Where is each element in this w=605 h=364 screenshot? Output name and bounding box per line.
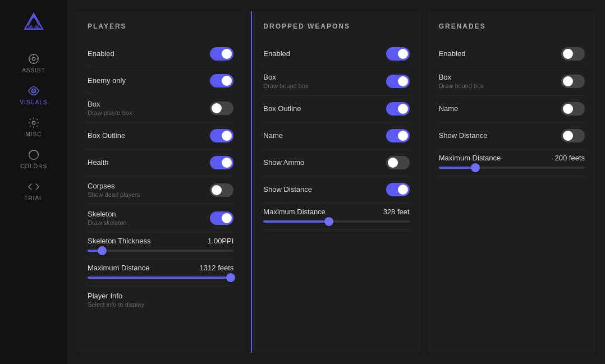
dw-max-distance-label: Maximum Distance [263, 208, 326, 216]
players-corpses-label-group: Corpses Show dead players [88, 182, 140, 198]
players-enabled-row: Enabled [88, 40, 233, 67]
sidebar-item-visuals-label: VISUALS [20, 99, 47, 105]
dw-box-outline-label-group: Box Outline [263, 104, 301, 113]
dropped-weapons-panel: DROPPED WEAPONS Enabled Box Draw bound b… [252, 11, 420, 353]
logo-icon [20, 9, 47, 36]
players-skeleton-row: Skeleton Draw skeleton [88, 204, 233, 232]
players-enemy-only-label-group: Enemy only [88, 76, 126, 85]
dw-show-distance-label: Show Distance [263, 185, 312, 193]
players-health-label: Health [88, 158, 109, 167]
gren-max-distance-slider-row: Maximum Distance 200 feets [439, 149, 585, 176]
gren-show-distance-label: Show Distance [439, 131, 488, 140]
gren-box-label: Box [439, 73, 484, 81]
dw-box-label: Box [263, 73, 308, 81]
players-skeleton-toggle[interactable] [210, 211, 233, 225]
dw-show-ammo-label: Show Ammo [263, 158, 304, 167]
sidebar-item-visuals[interactable]: VISUALS [0, 79, 67, 111]
dw-show-distance-label-group: Show Distance [263, 185, 312, 193]
players-skeleton-thickness-value: 1.00PPI [208, 237, 233, 245]
dw-max-distance-slider-row: Maximum Distance 328 feet [263, 203, 409, 230]
players-box-row: Box Draw player box [88, 94, 233, 122]
svg-point-1 [32, 57, 35, 61]
sidebar-item-misc-label: MISC [26, 131, 42, 137]
players-skeleton-thickness-track[interactable] [88, 250, 233, 252]
players-player-info-row: Player Info Select info to display [88, 286, 233, 314]
sidebar-item-assist-label: ASSIST [22, 67, 45, 73]
dw-enabled-label: Enabled [263, 49, 290, 58]
dw-show-distance-row: Show Distance [263, 176, 409, 203]
sidebar-item-assist[interactable]: ASSIST [0, 47, 67, 79]
gren-name-row: Name [439, 95, 585, 122]
players-enemy-only-row: Enemy only [88, 67, 233, 94]
dw-box-toggle[interactable] [386, 75, 410, 88]
players-box-outline-label-group: Box Outline [88, 131, 125, 140]
gren-max-distance-value: 200 feets [554, 154, 585, 162]
dw-show-ammo-row: Show Ammo [263, 149, 409, 176]
players-box-toggle[interactable] [210, 102, 233, 115]
players-max-distance-value: 1312 feets [200, 264, 234, 272]
gren-enabled-label: Enabled [439, 49, 466, 58]
players-max-distance-slider-row: Maximum Distance 1312 feets [88, 259, 233, 286]
players-health-label-group: Health [88, 158, 109, 167]
dw-enabled-row: Enabled [263, 40, 409, 67]
dw-name-label-group: Name [263, 131, 283, 140]
players-box-label-group: Box Draw player box [88, 100, 132, 116]
players-max-distance-track[interactable] [88, 277, 233, 279]
sidebar-item-colors[interactable]: COLORS [0, 143, 67, 175]
gren-show-distance-toggle[interactable] [561, 129, 585, 142]
gren-show-distance-label-group: Show Distance [439, 131, 488, 140]
players-box-outline-toggle[interactable] [210, 129, 233, 142]
players-enemy-only-label: Enemy only [88, 76, 126, 85]
dropped-weapons-panel-title: DROPPED WEAPONS [263, 22, 409, 30]
gren-box-toggle[interactable] [561, 75, 585, 88]
sidebar-item-colors-label: COLORS [20, 163, 47, 169]
players-corpses-sub: Show dead players [88, 191, 140, 198]
main-content: PLAYERS Enabled Enemy only Box Draw play… [67, 0, 605, 364]
players-box-outline-label: Box Outline [88, 131, 125, 140]
dw-max-distance-track[interactable] [263, 220, 409, 223]
gren-enabled-row: Enabled [439, 40, 585, 67]
players-panel: PLAYERS Enabled Enemy only Box Draw play… [76, 11, 245, 353]
dw-box-outline-label: Box Outline [263, 104, 301, 113]
dw-enabled-toggle[interactable] [386, 47, 410, 61]
players-skeleton-thickness-label: Skeleton Thickness [88, 237, 151, 245]
grenades-panel: GRENADES Enabled Box Draw bound box Name [428, 11, 596, 353]
dw-show-distance-toggle[interactable] [386, 183, 410, 196]
dw-name-label: Name [263, 131, 283, 140]
dw-show-ammo-toggle[interactable] [386, 156, 410, 169]
gren-show-distance-row: Show Distance [439, 122, 585, 149]
players-max-distance-label: Maximum Distance [88, 264, 150, 272]
players-health-toggle[interactable] [210, 156, 233, 169]
players-box-label: Box [88, 100, 132, 108]
players-corpses-row: Corpses Show dead players [88, 176, 233, 204]
gren-name-toggle[interactable] [561, 102, 585, 116]
dw-name-row: Name [263, 122, 409, 149]
players-skeleton-thickness-slider-row: Skeleton Thickness 1.00PPI [88, 232, 233, 259]
dw-box-row: Box Draw bound box [263, 67, 409, 95]
gren-box-row: Box Draw bound box [439, 67, 585, 95]
players-corpses-toggle[interactable] [210, 183, 233, 197]
players-skeleton-label: Skeleton [88, 210, 127, 218]
players-enabled-label: Enabled [88, 49, 114, 58]
gren-enabled-label-group: Enabled [439, 49, 466, 58]
players-health-row: Health [88, 149, 233, 176]
players-enemy-only-toggle[interactable] [210, 74, 233, 87]
players-enabled-toggle[interactable] [210, 47, 233, 61]
players-enabled-label-group: Enabled [88, 49, 114, 58]
sidebar-item-trial[interactable]: TRIAL [0, 175, 67, 207]
dw-max-distance-value: 328 feet [383, 208, 410, 216]
players-skeleton-sub: Draw skeleton [88, 219, 127, 226]
sidebar-item-trial-label: TRIAL [24, 195, 43, 201]
gren-enabled-toggle[interactable] [561, 47, 585, 61]
dw-enabled-label-group: Enabled [263, 49, 290, 58]
players-box-sub: Draw player box [88, 109, 132, 116]
gren-name-label-group: Name [439, 104, 459, 113]
gren-max-distance-label: Maximum Distance [439, 154, 501, 162]
dw-box-outline-toggle[interactable] [386, 102, 410, 116]
dw-name-toggle[interactable] [386, 129, 410, 142]
gren-name-label: Name [439, 104, 459, 113]
sidebar-item-misc[interactable]: MISC [0, 111, 67, 143]
grenades-panel-title: GRENADES [439, 22, 585, 30]
players-player-info-label-group: Player Info Select info to display [88, 292, 144, 308]
gren-max-distance-track[interactable] [439, 167, 585, 169]
